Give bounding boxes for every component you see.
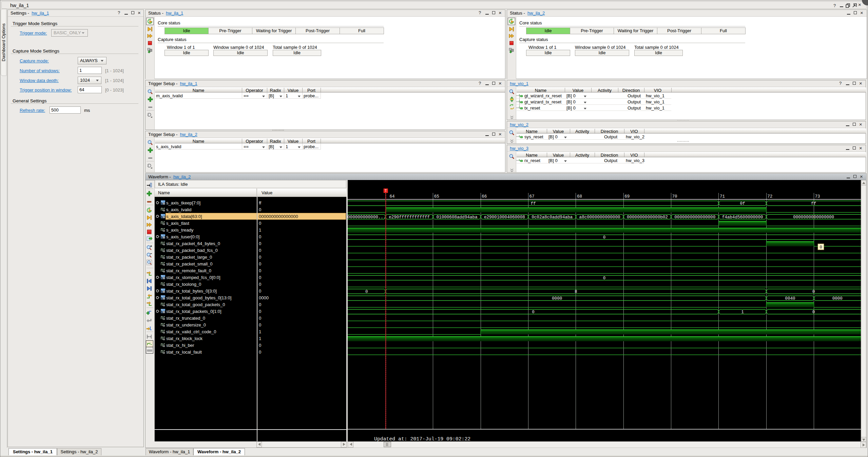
svg-text:69: 69 [624, 194, 630, 199]
svg-text:0000: 0000 [832, 296, 843, 301]
svg-text:0f: 0f [740, 201, 745, 206]
svg-text:0: 0 [365, 290, 368, 294]
svg-text:e290010004060008: e290010004060008 [484, 215, 525, 220]
svg-text:0: 0 [819, 245, 822, 250]
svg-text:T: T [385, 189, 387, 193]
svg-text:000000000000...: 000000000000... [348, 215, 386, 220]
svg-text:73: 73 [815, 194, 820, 199]
svg-text:1: 1 [741, 310, 744, 315]
svg-text:a8c0000000000000: a8c0000000000000 [579, 215, 620, 220]
svg-text:66: 66 [482, 194, 487, 199]
svg-text:67: 67 [529, 194, 535, 199]
svg-text:0: 0 [532, 310, 535, 315]
svg-text:0000000000000000: 0000000000000000 [674, 215, 715, 220]
svg-text:0c02a8c0add94aba: 0c02a8c0add94aba [532, 215, 573, 220]
svg-text:01000608add94aba: 01000608add94aba [437, 215, 478, 220]
svg-text:68: 68 [577, 194, 582, 199]
svg-text:0040: 0040 [785, 296, 795, 301]
svg-text:0: 0 [603, 235, 606, 240]
svg-text:f4ab4d5600000000: f4ab4d5600000000 [722, 215, 763, 220]
svg-text:ff: ff [811, 201, 816, 206]
svg-text:72: 72 [767, 194, 772, 199]
svg-text:0000: 0000 [552, 296, 562, 301]
svg-text:e290ffffffffffff: e290ffffffffffff [389, 215, 430, 220]
svg-text:8: 8 [575, 290, 577, 294]
svg-text:0000000000000b02: 0000000000000b02 [627, 215, 668, 220]
svg-text:Updated at: 2017-Jul-19 09:02:: Updated at: 2017-Jul-19 09:02:22 [374, 436, 470, 441]
svg-text:0: 0 [603, 276, 606, 281]
svg-text:ff: ff [531, 201, 536, 206]
svg-text:0: 0 [812, 290, 815, 294]
svg-text:71: 71 [720, 194, 725, 199]
svg-text:0000000000000000: 0000000000000000 [793, 215, 834, 220]
svg-text:64: 64 [390, 194, 395, 199]
svg-text:65: 65 [434, 194, 439, 199]
svg-text:70: 70 [672, 194, 677, 199]
svg-text:0: 0 [812, 310, 815, 315]
